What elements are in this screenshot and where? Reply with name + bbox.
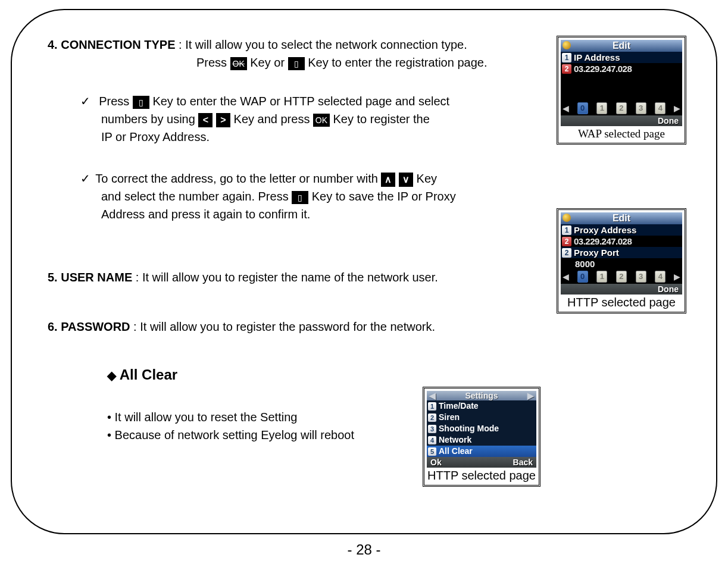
globe-icon — [563, 41, 571, 49]
proxy-value: 03.229.247.028 — [574, 236, 632, 246]
right-tri-icon: ▶ — [674, 272, 681, 281]
panel-caption: WAP selected page — [561, 126, 682, 140]
t: Key and press — [234, 112, 313, 126]
digit: 4 — [655, 102, 665, 114]
allclear-title: ◆ All Clear — [107, 366, 692, 383]
settings-label: All Clear — [439, 446, 473, 457]
row-num: 2 — [562, 248, 571, 258]
http-screen: Edit 1 Proxy Address 2 03.229.247.028 2 … — [561, 212, 682, 295]
phone-key-icon: ▯ — [133, 96, 149, 109]
softkeys: Done — [561, 115, 682, 126]
globe-icon — [563, 214, 571, 222]
wap-screen: Edit 1 IP Address 2 03.229.247.028 ◀ 0 1… — [561, 40, 682, 126]
row-port-value: 8000 — [561, 258, 682, 270]
settings-label: Siren — [439, 412, 460, 423]
settings-item: 3Shooting Mode — [427, 423, 536, 434]
t: Press — [99, 95, 133, 108]
right-tri-icon: ▶ — [674, 104, 681, 113]
settings-panel: ◀ Settings ▶ 1Time/Date 2Siren 3Shooting… — [423, 387, 540, 487]
panel-caption: HTTP selected page — [427, 468, 536, 483]
right-tri-icon: ▶ — [527, 391, 534, 400]
settings-item-selected: 5All Clear — [427, 446, 536, 457]
t: Key to enter the WAP or HTTP selected pa… — [152, 95, 449, 108]
up-key-icon: ∧ — [381, 173, 395, 187]
row-num: 2 — [562, 64, 571, 74]
row-label: Proxy Port — [574, 248, 619, 258]
row-proxy-address: 1 Proxy Address — [561, 224, 682, 236]
number-bar: ◀ 0 1 2 3 4 ▶ — [561, 270, 682, 284]
row-proxy-port: 2 Proxy Port — [561, 247, 682, 258]
port-value: 8000 — [575, 259, 595, 269]
left-key-icon: < — [198, 113, 213, 127]
check-icon: ✓ — [80, 92, 92, 110]
ok-key-icon: OK — [230, 57, 247, 70]
allclear-title-text: All Clear — [120, 366, 177, 383]
softkeys: Done — [561, 284, 682, 295]
title-text: Edit — [613, 213, 630, 223]
left-tri-icon: ◀ — [429, 391, 436, 400]
spacer — [561, 74, 682, 101]
down-key-icon: ∨ — [399, 173, 413, 187]
allclear-bullets: • It will allow you to reset the Setting… — [107, 408, 692, 444]
n: 1 — [428, 402, 436, 411]
left-tri-icon: ◀ — [562, 272, 569, 281]
softkey-right: Done — [658, 284, 679, 294]
section5-text: : It will allow you to register the name… — [132, 271, 438, 284]
n: 4 — [428, 436, 436, 444]
digit: 4 — [655, 271, 665, 283]
softkey-left: Ok — [430, 458, 442, 467]
title-text: Edit — [613, 40, 630, 51]
title-text: Settings — [465, 391, 498, 400]
right-key-icon: > — [216, 113, 230, 127]
t: numbers by using — [101, 112, 198, 126]
row-num: 1 — [562, 225, 571, 235]
n: 5 — [428, 447, 436, 456]
ok-key-icon: OK — [313, 114, 330, 127]
section-password: 6. PASSWORD : It will allow you to regis… — [48, 320, 692, 334]
left-tri-icon: ◀ — [562, 104, 569, 113]
digit: 2 — [616, 271, 627, 283]
row-ip-value: 2 03.229.247.028 — [561, 63, 682, 74]
t: Key to save the IP or Proxy — [312, 190, 456, 203]
t: To correct the address, go to the letter… — [95, 172, 381, 185]
digit: 3 — [636, 271, 646, 283]
settings-title: ◀ Settings ▶ — [427, 391, 536, 400]
number-bar: ◀ 0 1 2 3 4 ▶ — [561, 101, 682, 115]
settings-label: Network — [439, 434, 471, 446]
section4-text1: : It will allow you to select the networ… — [175, 38, 467, 51]
screen-title: Edit — [561, 212, 682, 224]
allclear-section: ◆ All Clear • It will allow you to reset… — [107, 366, 692, 444]
n: 3 — [428, 425, 436, 433]
t: Key or — [250, 56, 288, 69]
t: and select the number again. Press — [101, 190, 292, 203]
t: Key to enter the registration page. — [308, 56, 487, 69]
settings-label: Time/Date — [439, 400, 479, 412]
softkey-right: Done — [658, 116, 679, 126]
page-number: - 28 - — [0, 541, 728, 558]
row-num: 1 — [562, 53, 571, 62]
check-icon: ✓ — [80, 170, 92, 187]
t: Key — [417, 172, 437, 185]
bullet2-line2: and select the number again. Press ▯ Key… — [101, 187, 692, 205]
http-panel: Edit 1 Proxy Address 2 03.229.247.028 2 … — [557, 208, 686, 314]
n: 2 — [428, 413, 436, 422]
t: Key to register the — [333, 112, 430, 126]
panel-caption: HTTP selected page — [561, 295, 682, 309]
section6-text: : It will allow you to register the pass… — [130, 320, 435, 333]
row-label: IP Address — [574, 52, 620, 62]
row-num: 2 — [562, 237, 571, 246]
phone-key-icon: ▯ — [288, 57, 305, 70]
ip-value: 03.229.247.028 — [574, 64, 632, 74]
digit: 3 — [636, 102, 646, 114]
softkey-right: Back — [513, 458, 533, 467]
screen-title: Edit — [561, 40, 682, 52]
settings-item: 2Siren — [427, 412, 536, 423]
t: Press — [196, 56, 230, 69]
allclear-bullet2: • Because of network setting Eyelog will… — [107, 426, 692, 444]
digit: 1 — [596, 271, 607, 283]
row-label: Proxy Address — [574, 225, 636, 235]
settings-item: 1Time/Date — [427, 400, 536, 412]
section6-heading: 6. PASSWORD — [48, 320, 130, 333]
digit: 1 — [596, 102, 607, 114]
section5-heading: 5. USER NAME — [48, 271, 132, 284]
